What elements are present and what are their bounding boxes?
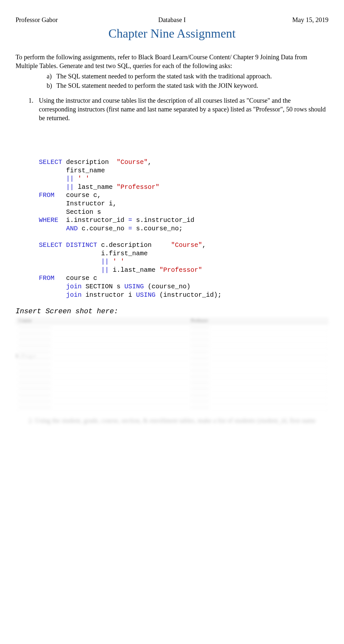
table-row: ———————————: [16, 386, 328, 392]
table-row: ———————————: [16, 337, 328, 343]
document-header: Professor Gabor Database I May 15, 2019: [16, 16, 328, 24]
table-row: ———————————: [16, 380, 328, 386]
table-row: ———————————: [16, 355, 328, 361]
table-row: ———————————: [16, 324, 328, 330]
sql-code-block: SELECT description "Course", first_name …: [39, 158, 328, 299]
sub-requirements-list: a) The SQL statement needed to perform t…: [47, 72, 328, 90]
page-sep: |: [18, 353, 22, 359]
page-label: P a g e: [22, 353, 36, 359]
table-row: ———————————: [16, 349, 328, 355]
page-number: 1 | P a g e: [16, 353, 36, 359]
column-header-professor: Professor: [188, 318, 328, 323]
screenshot-placeholder-label: Insert Screen shot here:: [16, 307, 328, 316]
table-row: ———————————: [16, 343, 328, 349]
question-marker: 1.: [29, 96, 39, 122]
sub-marker: b): [47, 81, 56, 90]
page-title: Chapter Nine Assignment: [16, 26, 328, 40]
question-list: 1. Using the instructor and course table…: [29, 96, 328, 122]
table-row: ———————————: [16, 392, 328, 398]
query-result-table-blurred: Course Professor ———————————————————————…: [16, 317, 328, 410]
sub-text: The SOL statement needed to perform the …: [56, 81, 258, 90]
sub-marker: a): [47, 72, 56, 81]
sub-item-a: a) The SQL statement needed to perform t…: [47, 72, 328, 81]
sub-item-b: b) The SOL statement needed to perform t…: [47, 81, 328, 90]
table-row: ———————————: [16, 398, 328, 404]
table-row: ———————————: [16, 374, 328, 380]
question-text: Using the instructor and course tables l…: [39, 96, 328, 122]
table-row: ———————————: [16, 361, 328, 367]
table-row: ———————————: [16, 404, 328, 410]
table-header-row: Course Professor: [16, 317, 328, 324]
header-date: May 15, 2019: [224, 16, 328, 24]
table-row: ———————————: [16, 367, 328, 374]
table-row: ———————————: [16, 330, 328, 337]
column-header-course: Course: [16, 318, 188, 323]
intro-paragraph: To perform the following assignments, re…: [16, 53, 328, 70]
question-1: 1. Using the instructor and course table…: [29, 96, 328, 122]
header-course: Database I: [120, 16, 224, 24]
page-current: 1: [16, 353, 18, 359]
header-instructor: Professor Gabor: [16, 16, 120, 24]
sub-text: The SQL statement needed to perform the …: [56, 72, 272, 81]
question-2-blurred: 2. Using the student, grade, course, sec…: [29, 417, 328, 424]
